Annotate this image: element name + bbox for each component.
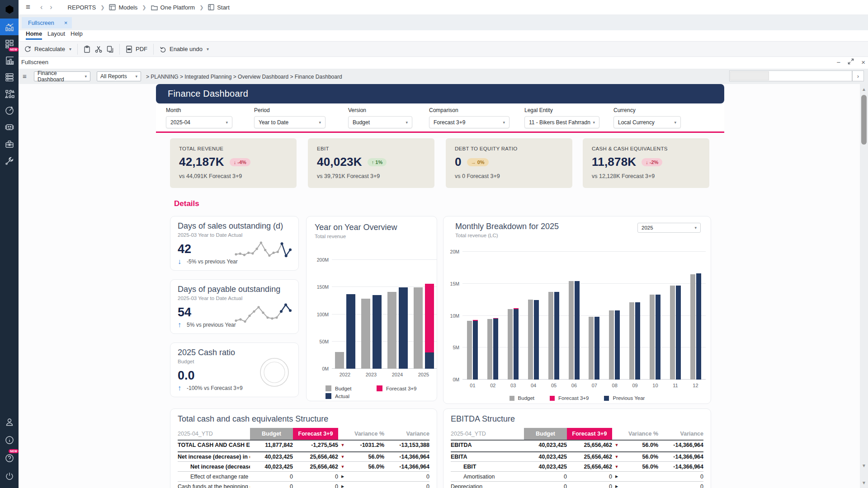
budget-bar[interactable]: [528, 300, 533, 380]
previous-year-bar[interactable]: [615, 310, 620, 380]
column-header-forecast[interactable]: Forecast 3+9: [293, 428, 338, 440]
column-header-variance[interactable]: Variance: [658, 431, 703, 437]
scroll-up-icon[interactable]: ▲: [861, 87, 867, 92]
sidebar-item-time[interactable]: [0, 102, 19, 119]
previous-year-bar[interactable]: [493, 319, 498, 380]
previous-year-bar[interactable]: [473, 321, 478, 380]
budget-bar[interactable]: [335, 352, 344, 369]
filter-currency-select[interactable]: Local Currency▾: [613, 116, 681, 128]
copy-button[interactable]: [107, 46, 113, 53]
table-row[interactable]: Amortisation00▶0: [451, 471, 703, 481]
budget-bar[interactable]: [548, 292, 553, 380]
recalculate-button[interactable]: Recalculate ▾: [19, 44, 77, 54]
budget-bar[interactable]: [487, 319, 492, 380]
sidebar-item-info[interactable]: [0, 431, 19, 449]
actual-bar[interactable]: [346, 294, 355, 369]
column-header-forecast[interactable]: Forecast 3+9: [567, 428, 612, 440]
table-row[interactable]: EBITA40,023,42525,656,462▼56.0%-14,366,9…: [451, 451, 703, 461]
previous-year-bar[interactable]: [635, 302, 640, 380]
horizontal-scrollbar[interactable]: [729, 70, 852, 81]
filter-month-select[interactable]: 2025-04▾: [166, 116, 232, 128]
table-row[interactable]: EBIT40,023,42525,656,462▼56.0%-14,366,96…: [451, 461, 703, 471]
table-row[interactable]: TOTAL CASH AND CASH EQUIVALENTS11,877,84…: [178, 440, 429, 450]
sidebar-item-help[interactable]: NEW: [0, 449, 19, 467]
filter-legal-entity-select[interactable]: 11 - Bikers Best Fahrradn▾: [524, 116, 599, 128]
cut-button[interactable]: [95, 46, 102, 53]
sidebar-item-player[interactable]: [0, 119, 19, 136]
scroll-right-button[interactable]: ›: [852, 70, 864, 81]
sidebar-item-dataflow[interactable]: [0, 85, 19, 102]
budget-bar[interactable]: [467, 321, 472, 380]
budget-bar[interactable]: [690, 274, 695, 380]
column-header-variance[interactable]: Variance: [384, 431, 429, 437]
forecast-bar-segment[interactable]: [425, 284, 434, 352]
budget-bar[interactable]: [589, 317, 594, 380]
tab-close-icon[interactable]: ×: [64, 19, 68, 26]
column-header-budget[interactable]: Budget: [250, 428, 293, 440]
previous-year-bar[interactable]: [696, 273, 701, 380]
column-header-variance-pct[interactable]: Variance %: [347, 431, 384, 437]
previous-year-bar[interactable]: [514, 309, 519, 380]
budget-bar[interactable]: [650, 295, 655, 380]
filter-comparison-select[interactable]: Forecast 3+9▾: [429, 116, 509, 128]
table-row[interactable]: Net increase (decrease) in cash and cash…: [178, 451, 429, 461]
sidebar-item-user[interactable]: [0, 413, 19, 431]
year-selector-dropdown[interactable]: 2025▾: [637, 223, 701, 233]
pdf-button[interactable]: PDF: [120, 44, 153, 54]
table-row[interactable]: Cash funds at the beginning of period00▶…: [178, 481, 429, 488]
previous-year-bar[interactable]: [575, 281, 580, 380]
sidebar-item-capsules[interactable]: [0, 52, 19, 69]
sidebar-item-data[interactable]: [0, 69, 19, 85]
actual-bar[interactable]: [425, 352, 434, 369]
scroll-down-icon[interactable]: ▼: [861, 480, 867, 485]
scroll-down-icon[interactable]: ▼: [861, 463, 867, 468]
table-row[interactable]: Effect of exchange rate changes on cash0…: [178, 471, 429, 481]
report-menu-icon[interactable]: ≡: [23, 72, 27, 80]
breadcrumb-one-platform[interactable]: One Platform: [151, 4, 195, 11]
menu-help[interactable]: Help: [71, 30, 83, 37]
previous-year-bar[interactable]: [554, 292, 559, 380]
sidebar-item-utilities[interactable]: [0, 152, 19, 169]
previous-year-bar[interactable]: [594, 317, 599, 380]
filter-version-select[interactable]: Budget▾: [348, 116, 412, 128]
scope-select[interactable]: All Reports▾: [97, 71, 141, 81]
sidebar-item-toolbox[interactable]: [0, 136, 19, 152]
actual-bar[interactable]: [373, 295, 382, 369]
tab-fullscreen[interactable]: Fullscreen ×: [22, 17, 72, 28]
vertical-scroll-thumb[interactable]: [861, 95, 867, 145]
sidebar-item-power[interactable]: [0, 467, 19, 485]
enable-undo-button[interactable]: Enable undo ▾: [154, 44, 215, 54]
actual-bar[interactable]: [399, 287, 408, 369]
budget-bar[interactable]: [629, 302, 634, 380]
breadcrumb-reports[interactable]: REPORTS: [68, 4, 96, 11]
table-row[interactable]: EBITDA40,023,42525,656,462▼56.0%-14,366,…: [451, 440, 703, 450]
menu-home[interactable]: Home: [26, 30, 42, 40]
minimize-icon[interactable]: −: [836, 58, 840, 66]
horizontal-scroll-thumb[interactable]: [730, 71, 769, 80]
budget-bar[interactable]: [609, 310, 614, 380]
restore-icon[interactable]: [848, 58, 854, 66]
nav-back-icon[interactable]: ‹: [40, 3, 42, 11]
breadcrumb-start[interactable]: Start: [208, 4, 229, 11]
breadcrumb-models[interactable]: Models: [109, 4, 137, 11]
column-header-budget[interactable]: Budget: [524, 428, 567, 440]
column-header-variance-pct[interactable]: Variance %: [621, 431, 658, 437]
previous-year-bar[interactable]: [656, 295, 660, 380]
budget-bar[interactable]: [387, 292, 396, 369]
budget-bar[interactable]: [508, 309, 513, 380]
budget-bar[interactable]: [569, 281, 574, 380]
chevron-down-icon[interactable]: ▾: [207, 47, 209, 52]
vertical-scrollbar[interactable]: ▲ ▼ ▼: [861, 86, 867, 488]
report-path-breadcrumb[interactable]: > PLANNING > Integrated Planning > Overv…: [146, 74, 342, 80]
app-logo[interactable]: [0, 0, 19, 19]
close-icon[interactable]: ×: [861, 58, 865, 66]
report-select[interactable]: Finance Dashboard▾: [34, 71, 90, 81]
sidebar-item-presentations[interactable]: NEW: [0, 35, 19, 52]
previous-year-bar[interactable]: [676, 286, 681, 380]
filter-period-select[interactable]: Year to Date▾: [254, 116, 326, 128]
paste-button[interactable]: [84, 46, 90, 53]
chevron-down-icon[interactable]: ▾: [69, 47, 71, 52]
budget-bar[interactable]: [361, 299, 370, 369]
budget-bar[interactable]: [670, 286, 675, 380]
sidebar-item-analytics[interactable]: [0, 19, 19, 35]
